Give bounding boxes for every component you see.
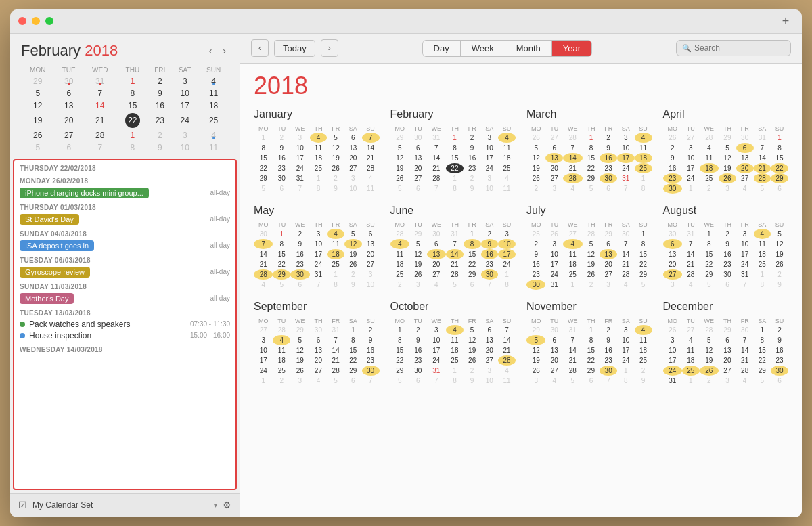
- minimize-button[interactable]: [32, 17, 40, 25]
- mini-day[interactable]: 14: [83, 100, 117, 112]
- event-date-header: TUESDAY 06/03/2018: [20, 257, 230, 264]
- mini-day[interactable]: 3: [171, 75, 198, 87]
- today-button[interactable]: Today: [274, 40, 315, 57]
- mini-day-today[interactable]: 22: [117, 112, 149, 129]
- event-allday: all-day: [210, 268, 230, 276]
- mini-cal-prev[interactable]: ‹: [206, 44, 215, 58]
- mini-day[interactable]: 16: [148, 100, 171, 112]
- mini-day[interactable]: 11: [198, 141, 229, 154]
- main-content: February 2018 ‹ › MON: [10, 34, 802, 517]
- prev-button[interactable]: ‹: [251, 39, 269, 57]
- event-allday: all-day: [210, 242, 230, 249]
- mini-cal-next[interactable]: ›: [220, 44, 229, 58]
- event-item[interactable]: ISA deposit goes in all-day: [20, 240, 230, 251]
- month-name: August: [663, 204, 789, 217]
- chevron-icon: ▾: [214, 502, 217, 509]
- mini-day[interactable]: 10: [171, 87, 198, 100]
- event-item[interactable]: St David's Day all-day: [20, 214, 230, 225]
- maximize-button[interactable]: [45, 17, 53, 25]
- mini-day[interactable]: 10: [171, 141, 198, 154]
- mini-day[interactable]: 9: [148, 87, 171, 100]
- mini-day[interactable]: 3: [171, 129, 198, 141]
- mini-day[interactable]: 17: [171, 100, 198, 112]
- mini-day[interactable]: 26: [21, 129, 55, 141]
- mini-day[interactable]: 8: [117, 141, 149, 154]
- mini-day[interactable]: 18: [198, 100, 229, 112]
- event-item[interactable]: Gyroscope review all-day: [20, 267, 230, 278]
- event-item[interactable]: House inspection 15:00 - 16:00: [20, 331, 230, 341]
- tab-year[interactable]: Year: [552, 41, 591, 56]
- tab-week[interactable]: Week: [461, 41, 505, 56]
- tab-day[interactable]: Day: [423, 41, 461, 56]
- col-tue: TUE: [55, 65, 83, 75]
- month-january: January MOTUWETHFRSASU 1234567 891011121…: [254, 108, 380, 194]
- close-button[interactable]: [18, 17, 26, 25]
- settings-icon[interactable]: ⚙: [223, 500, 231, 510]
- event-label: Pack watches and speakers: [29, 320, 130, 329]
- right-panel: ‹ Today › Day Week Month Year 🔍 2018: [240, 34, 802, 517]
- mini-day[interactable]: 6: [55, 141, 83, 154]
- mini-day[interactable]: 4: [198, 129, 229, 141]
- months-grid: January MOTUWETHFRSASU 1234567 891011121…: [254, 108, 788, 386]
- calendar-set-label[interactable]: My Calendar Set: [32, 500, 208, 510]
- mini-day[interactable]: 8: [117, 87, 149, 100]
- month-name: October: [390, 301, 516, 313]
- mini-day[interactable]: 30: [55, 75, 83, 87]
- sidebar-bottom: ☑ My Calendar Set ▾ ⚙: [10, 493, 240, 517]
- search-box[interactable]: 🔍: [676, 40, 791, 56]
- mini-day[interactable]: 19: [21, 112, 55, 129]
- col-mon: MON: [21, 65, 55, 75]
- mini-day[interactable]: 11: [198, 87, 229, 100]
- search-input[interactable]: [694, 43, 782, 53]
- month-december: December MOTUWETHFRSASU 262728293012 345…: [663, 301, 789, 386]
- mini-calendar: February 2018 ‹ › MON: [10, 34, 240, 159]
- event-with-dot: House inspection: [20, 331, 91, 341]
- event-item[interactable]: Mother's Day all-day: [20, 293, 230, 304]
- mini-day[interactable]: 29: [21, 75, 55, 87]
- mini-day[interactable]: 24: [171, 112, 198, 129]
- view-tabs: Day Week Month Year: [422, 40, 593, 57]
- mini-day[interactable]: 9: [148, 141, 171, 154]
- col-wed: WED: [83, 65, 117, 75]
- mini-day[interactable]: 28: [83, 129, 117, 141]
- mini-day[interactable]: 23: [148, 112, 171, 129]
- mini-day[interactable]: 25: [198, 112, 229, 129]
- mini-day[interactable]: 5: [21, 141, 55, 154]
- event-chip[interactable]: iPhone charging docks mini group...: [20, 188, 149, 198]
- event-chip[interactable]: Gyroscope review: [20, 267, 90, 278]
- month-june: June MOTUWETHFRSASU 28293031123 45678910…: [390, 204, 516, 290]
- mini-day[interactable]: 5: [21, 87, 55, 100]
- calendar-check-icon[interactable]: ☑: [18, 500, 27, 510]
- month-name: April: [663, 108, 789, 120]
- year-view: 2018 January MOTUWETHFRSASU 1234567 8910…: [240, 64, 802, 517]
- event-item[interactable]: iPhone charging docks mini group... all-…: [20, 188, 230, 198]
- year-title: 2018: [254, 72, 788, 100]
- mini-day[interactable]: 4: [198, 75, 229, 87]
- mini-day[interactable]: 12: [21, 100, 55, 112]
- mini-day[interactable]: 21: [83, 112, 117, 129]
- next-button[interactable]: ›: [321, 39, 338, 57]
- event-chip[interactable]: St David's Day: [20, 214, 79, 225]
- mini-cal-grid: MON TUE WED THU FRI SAT SUN 29: [21, 65, 229, 154]
- mini-day[interactable]: 13: [55, 100, 83, 112]
- event-chip[interactable]: ISA deposit goes in: [20, 240, 94, 251]
- mini-day[interactable]: 6: [55, 87, 83, 100]
- mini-day[interactable]: 7: [83, 141, 117, 154]
- add-button[interactable]: +: [777, 13, 794, 29]
- event-chip[interactable]: Mother's Day: [20, 293, 74, 304]
- mini-day[interactable]: 2: [148, 129, 171, 141]
- event-dot: [20, 322, 25, 327]
- col-sat: SAT: [171, 65, 198, 75]
- mini-day[interactable]: 15: [117, 100, 149, 112]
- mini-day[interactable]: 1: [117, 75, 149, 87]
- mini-day[interactable]: 7: [83, 87, 117, 100]
- mini-day[interactable]: 20: [55, 112, 83, 129]
- mini-day[interactable]: 31: [83, 75, 117, 87]
- event-date-header: WEDNESDAY 14/03/2018: [20, 346, 230, 353]
- tab-month[interactable]: Month: [505, 41, 552, 56]
- month-july: July MOTUWETHFRSASU 2526272829301 234567…: [526, 204, 652, 290]
- event-item[interactable]: Pack watches and speakers 07:30 - 11:30: [20, 320, 230, 329]
- mini-day[interactable]: 1: [117, 129, 149, 141]
- mini-day[interactable]: 2: [148, 75, 171, 87]
- mini-day[interactable]: 27: [55, 129, 83, 141]
